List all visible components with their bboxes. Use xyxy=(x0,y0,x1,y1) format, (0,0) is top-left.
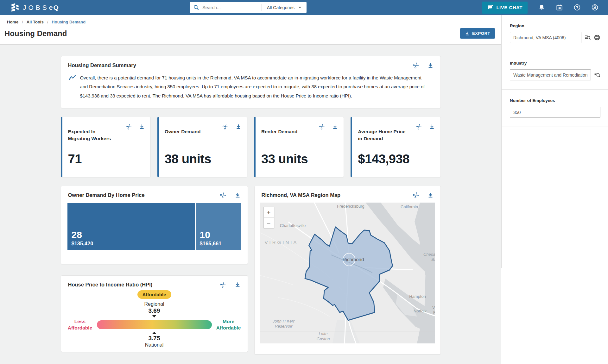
affordability-badge: Affordable xyxy=(137,290,171,299)
more-affordable-label: More Affordable xyxy=(214,318,243,331)
calendar-icon[interactable] xyxy=(556,4,563,11)
download-icon[interactable] xyxy=(429,124,435,129)
brand-text: JOBS eQ xyxy=(23,4,59,11)
treemap-segment[interactable]: 28$135,420 xyxy=(67,203,195,250)
notifications-bell-icon[interactable] xyxy=(538,4,545,11)
snip-icon[interactable] xyxy=(220,192,226,198)
page-title: Housing Demand xyxy=(4,29,67,38)
breadcrumb-all-tools[interactable]: All Tools xyxy=(27,20,44,24)
download-icon[interactable] xyxy=(235,282,241,288)
summary-body: Overall, there is a potential demand for… xyxy=(61,68,440,108)
snip-icon[interactable] xyxy=(319,124,325,129)
snip-icon[interactable] xyxy=(416,124,422,129)
download-icon xyxy=(465,31,470,36)
card-actions xyxy=(413,192,434,198)
globe-icon[interactable] xyxy=(594,34,600,41)
account-icon[interactable] xyxy=(591,4,598,11)
treemap-segment-labels: 10$165,661 xyxy=(200,229,222,247)
snip-icon[interactable] xyxy=(126,124,132,129)
nav-actions: LIVE CHAT xyxy=(482,0,598,15)
card-actions xyxy=(416,124,435,129)
snip-icon[interactable] xyxy=(223,124,228,129)
hpi-title: House Price to Income Ratio (HPI) xyxy=(68,282,153,288)
right-column: Richmond, VA MSA Region Map xyxy=(254,186,441,355)
snip-icon[interactable] xyxy=(220,282,226,288)
breadcrumb: Home / All Tools / Housing Demand xyxy=(0,15,501,26)
segment-price-label: $165,661 xyxy=(200,241,222,247)
stat-title: Owner Demand xyxy=(165,128,215,135)
brand-text-regular: JOBS xyxy=(23,4,49,11)
stat-title: Average Home Price in Demand xyxy=(358,128,408,142)
chevron-down-icon[interactable] xyxy=(298,7,301,8)
marker-down-icon xyxy=(152,315,156,317)
card-actions xyxy=(220,282,241,288)
regional-value: 3.69 xyxy=(149,307,160,314)
region-map-card: Richmond, VA MSA Region Map xyxy=(254,186,441,355)
employees-section: Number of Employees xyxy=(501,90,608,127)
region-row xyxy=(510,32,600,43)
industry-input[interactable] xyxy=(510,69,591,80)
industry-label: Industry xyxy=(510,61,600,66)
employees-row xyxy=(510,107,600,118)
national-label: National xyxy=(145,342,164,348)
stat-card-in-migrating-workers: Expected In-Migrating Workers 71 xyxy=(61,117,151,177)
snip-icon[interactable] xyxy=(413,192,419,198)
map-base xyxy=(260,203,435,343)
brand-logo[interactable]: JOBS eQ xyxy=(10,3,59,13)
stat-value: 33 units xyxy=(261,152,308,166)
download-icon[interactable] xyxy=(428,62,434,68)
search-input[interactable] xyxy=(202,5,261,10)
snip-icon[interactable] xyxy=(413,62,419,68)
jobseq-logo-icon xyxy=(10,3,20,13)
industry-browse-icon[interactable] xyxy=(594,72,600,78)
download-icon[interactable] xyxy=(428,192,434,198)
treemap-segment[interactable]: 10$165,661 xyxy=(196,203,241,250)
download-icon[interactable] xyxy=(139,124,145,129)
card-actions xyxy=(413,62,434,68)
map-zoom-out-button[interactable]: − xyxy=(264,217,274,228)
industry-section: Industry xyxy=(501,52,608,90)
content: Housing Demand Summary Overall, there is… xyxy=(61,56,441,355)
live-chat-button[interactable]: LIVE CHAT xyxy=(482,2,528,14)
stat-title: Expected In-Migrating Workers xyxy=(68,128,119,142)
help-icon[interactable] xyxy=(573,4,581,11)
map-zoom-in-button[interactable]: + xyxy=(264,207,274,217)
map-zoom-control: + − xyxy=(263,207,274,228)
employees-input[interactable] xyxy=(510,107,600,118)
title-bar: Housing Demand EXPORT xyxy=(0,26,501,45)
download-icon[interactable] xyxy=(235,192,241,198)
stat-value: $143,938 xyxy=(358,152,409,166)
region-input[interactable] xyxy=(510,32,581,43)
trend-line-icon xyxy=(69,74,76,82)
region-label: Region xyxy=(510,23,600,28)
treemap-chart: 28$135,42010$165,661 xyxy=(67,203,241,250)
left-column: Owner Demand By Home Price 28$135,42010$… xyxy=(61,186,248,352)
less-affordable-label: Less Affordable xyxy=(66,318,95,331)
hpi-card: House Price to Income Ratio (HPI) Afford… xyxy=(61,275,248,352)
hpi-bar-row: Less Affordable More Affordable xyxy=(61,318,248,331)
chart-card-header: Owner Demand By Home Price xyxy=(61,186,248,198)
segment-price-label: $135,420 xyxy=(72,241,93,247)
segment-units-value: 28 xyxy=(72,229,93,240)
card-actions xyxy=(220,192,241,198)
owner-demand-chart-card: Owner Demand By Home Price 28$135,42010$… xyxy=(61,186,248,264)
download-icon[interactable] xyxy=(332,124,338,129)
segment-units-value: 10 xyxy=(200,229,222,240)
map-card-header: Richmond, VA MSA Region Map xyxy=(255,186,440,198)
search-category-select[interactable]: All Categories xyxy=(263,5,298,10)
national-value: 3.75 xyxy=(149,335,160,342)
breadcrumb-separator: / xyxy=(47,20,48,24)
regional-label: Regional xyxy=(144,301,164,307)
search-icon xyxy=(193,4,199,10)
card-actions xyxy=(319,124,338,129)
download-icon[interactable] xyxy=(236,124,241,129)
export-button[interactable]: EXPORT xyxy=(460,28,495,39)
summary-text: Overall, there is a potential demand for… xyxy=(80,73,432,100)
chart-title: Owner Demand By Home Price xyxy=(68,192,145,198)
map-canvas[interactable]: + − FredericksburgCaliforniaCharlottesvi… xyxy=(260,203,435,343)
region-browse-icon[interactable] xyxy=(584,34,591,41)
map-title: Richmond, VA MSA Region Map xyxy=(262,192,341,198)
breadcrumb-current: Housing Demand xyxy=(52,20,86,24)
live-chat-label: LIVE CHAT xyxy=(496,5,522,10)
breadcrumb-home[interactable]: Home xyxy=(7,20,18,24)
